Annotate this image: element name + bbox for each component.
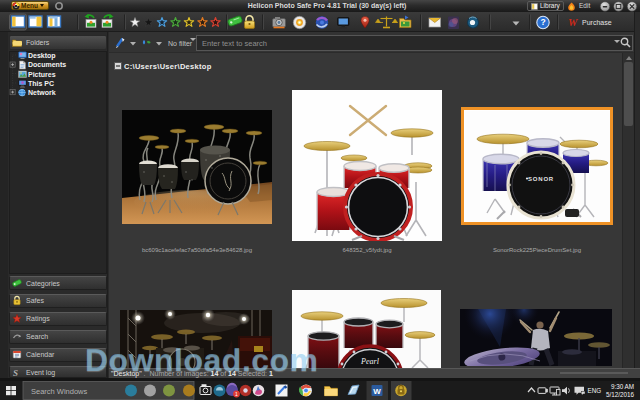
svg-text:?: ? bbox=[540, 17, 545, 27]
svg-text:ENG: ENG bbox=[588, 387, 602, 394]
svg-text:Purchase: Purchase bbox=[582, 19, 612, 26]
svg-text:W: W bbox=[373, 387, 381, 396]
svg-text:Pearl: Pearl bbox=[360, 357, 380, 366]
svg-text:9:30 AM: 9:30 AM bbox=[611, 383, 634, 390]
svg-text:W: W bbox=[568, 17, 578, 28]
svg-text:Search Windows: Search Windows bbox=[31, 387, 88, 396]
svg-text:5/12/2016: 5/12/2016 bbox=[606, 391, 635, 398]
svg-text:S: S bbox=[13, 368, 18, 378]
svg-text:SONOR: SONOR bbox=[527, 176, 553, 182]
svg-text:1: 1 bbox=[235, 391, 238, 397]
